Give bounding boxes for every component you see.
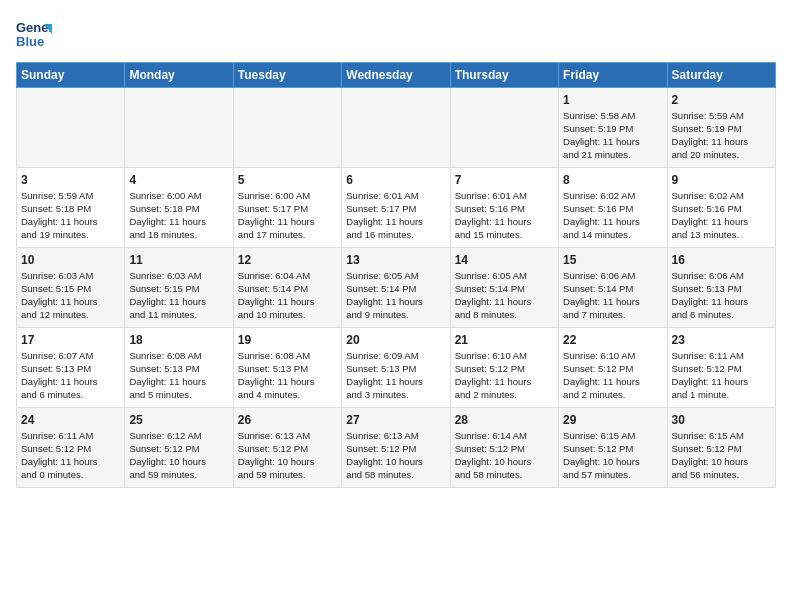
day-info: and 9 minutes. bbox=[346, 309, 445, 322]
day-info: Sunset: 5:13 PM bbox=[238, 363, 337, 376]
day-number: 16 bbox=[672, 252, 771, 268]
day-cell: 22Sunrise: 6:10 AMSunset: 5:12 PMDayligh… bbox=[559, 328, 667, 408]
day-cell: 24Sunrise: 6:11 AMSunset: 5:12 PMDayligh… bbox=[17, 408, 125, 488]
day-number: 6 bbox=[346, 172, 445, 188]
day-cell: 25Sunrise: 6:12 AMSunset: 5:12 PMDayligh… bbox=[125, 408, 233, 488]
week-row-3: 17Sunrise: 6:07 AMSunset: 5:13 PMDayligh… bbox=[17, 328, 776, 408]
day-number: 22 bbox=[563, 332, 662, 348]
day-info: Sunset: 5:13 PM bbox=[672, 283, 771, 296]
header-cell-saturday: Saturday bbox=[667, 63, 775, 88]
day-info: Sunset: 5:12 PM bbox=[455, 443, 554, 456]
day-info: Daylight: 11 hours bbox=[672, 216, 771, 229]
day-info: and 6 minutes. bbox=[21, 389, 120, 402]
day-info: Sunrise: 6:13 AM bbox=[238, 430, 337, 443]
day-info: Sunset: 5:16 PM bbox=[455, 203, 554, 216]
day-info: and 59 minutes. bbox=[238, 469, 337, 482]
day-info: Sunset: 5:12 PM bbox=[563, 443, 662, 456]
day-info: and 10 minutes. bbox=[238, 309, 337, 322]
day-number: 13 bbox=[346, 252, 445, 268]
day-info: Sunset: 5:14 PM bbox=[346, 283, 445, 296]
day-info: and 15 minutes. bbox=[455, 229, 554, 242]
day-info: Sunrise: 6:03 AM bbox=[129, 270, 228, 283]
day-cell: 1Sunrise: 5:58 AMSunset: 5:19 PMDaylight… bbox=[559, 88, 667, 168]
day-info: and 58 minutes. bbox=[455, 469, 554, 482]
day-cell: 6Sunrise: 6:01 AMSunset: 5:17 PMDaylight… bbox=[342, 168, 450, 248]
header-cell-wednesday: Wednesday bbox=[342, 63, 450, 88]
day-info: Daylight: 11 hours bbox=[346, 376, 445, 389]
day-info: Sunrise: 6:02 AM bbox=[563, 190, 662, 203]
day-info: Sunset: 5:14 PM bbox=[455, 283, 554, 296]
day-info: Daylight: 11 hours bbox=[672, 296, 771, 309]
svg-text:Blue: Blue bbox=[16, 34, 44, 49]
day-info: Sunrise: 6:14 AM bbox=[455, 430, 554, 443]
day-info: Sunset: 5:12 PM bbox=[346, 443, 445, 456]
header-cell-tuesday: Tuesday bbox=[233, 63, 341, 88]
day-number: 19 bbox=[238, 332, 337, 348]
svg-text:General: General bbox=[16, 20, 52, 35]
day-info: and 20 minutes. bbox=[672, 149, 771, 162]
day-cell: 26Sunrise: 6:13 AMSunset: 5:12 PMDayligh… bbox=[233, 408, 341, 488]
day-info: and 18 minutes. bbox=[129, 229, 228, 242]
day-info: Daylight: 11 hours bbox=[129, 216, 228, 229]
header-cell-monday: Monday bbox=[125, 63, 233, 88]
day-cell: 10Sunrise: 6:03 AMSunset: 5:15 PMDayligh… bbox=[17, 248, 125, 328]
header-cell-sunday: Sunday bbox=[17, 63, 125, 88]
day-number: 15 bbox=[563, 252, 662, 268]
day-info: and 2 minutes. bbox=[563, 389, 662, 402]
day-info: Sunrise: 6:11 AM bbox=[21, 430, 120, 443]
day-number: 8 bbox=[563, 172, 662, 188]
day-info: Daylight: 11 hours bbox=[346, 216, 445, 229]
day-cell: 21Sunrise: 6:10 AMSunset: 5:12 PMDayligh… bbox=[450, 328, 558, 408]
day-info: Sunset: 5:13 PM bbox=[129, 363, 228, 376]
day-number: 29 bbox=[563, 412, 662, 428]
day-info: Sunrise: 5:58 AM bbox=[563, 110, 662, 123]
day-info: Daylight: 10 hours bbox=[455, 456, 554, 469]
day-info: and 7 minutes. bbox=[563, 309, 662, 322]
day-info: Daylight: 11 hours bbox=[129, 376, 228, 389]
day-info: Sunset: 5:19 PM bbox=[672, 123, 771, 136]
day-info: Daylight: 10 hours bbox=[672, 456, 771, 469]
day-info: Sunset: 5:12 PM bbox=[238, 443, 337, 456]
day-number: 12 bbox=[238, 252, 337, 268]
day-cell: 29Sunrise: 6:15 AMSunset: 5:12 PMDayligh… bbox=[559, 408, 667, 488]
day-info: Sunset: 5:15 PM bbox=[21, 283, 120, 296]
day-info: Daylight: 11 hours bbox=[455, 376, 554, 389]
header-cell-friday: Friday bbox=[559, 63, 667, 88]
day-cell: 23Sunrise: 6:11 AMSunset: 5:12 PMDayligh… bbox=[667, 328, 775, 408]
day-info: Sunset: 5:17 PM bbox=[238, 203, 337, 216]
day-cell: 14Sunrise: 6:05 AMSunset: 5:14 PMDayligh… bbox=[450, 248, 558, 328]
day-info: and 0 minutes. bbox=[21, 469, 120, 482]
day-info: Sunrise: 6:02 AM bbox=[672, 190, 771, 203]
day-number: 7 bbox=[455, 172, 554, 188]
day-number: 3 bbox=[21, 172, 120, 188]
day-info: Sunset: 5:12 PM bbox=[563, 363, 662, 376]
day-info: Daylight: 11 hours bbox=[672, 376, 771, 389]
day-info: Sunrise: 6:09 AM bbox=[346, 350, 445, 363]
day-info: Sunset: 5:12 PM bbox=[672, 363, 771, 376]
calendar-table: SundayMondayTuesdayWednesdayThursdayFrid… bbox=[16, 62, 776, 488]
day-number: 11 bbox=[129, 252, 228, 268]
day-info: Daylight: 11 hours bbox=[672, 136, 771, 149]
day-cell: 19Sunrise: 6:08 AMSunset: 5:13 PMDayligh… bbox=[233, 328, 341, 408]
day-info: Daylight: 10 hours bbox=[563, 456, 662, 469]
day-info: Sunset: 5:12 PM bbox=[21, 443, 120, 456]
day-info: Sunset: 5:18 PM bbox=[129, 203, 228, 216]
day-info: Sunrise: 6:15 AM bbox=[672, 430, 771, 443]
day-info: and 13 minutes. bbox=[672, 229, 771, 242]
day-info: Sunrise: 6:03 AM bbox=[21, 270, 120, 283]
day-info: Sunset: 5:16 PM bbox=[672, 203, 771, 216]
week-row-4: 24Sunrise: 6:11 AMSunset: 5:12 PMDayligh… bbox=[17, 408, 776, 488]
day-info: Sunset: 5:13 PM bbox=[21, 363, 120, 376]
day-cell bbox=[125, 88, 233, 168]
day-info: Sunset: 5:12 PM bbox=[129, 443, 228, 456]
day-info: Daylight: 11 hours bbox=[238, 296, 337, 309]
day-info: Daylight: 11 hours bbox=[238, 376, 337, 389]
day-info: Sunset: 5:14 PM bbox=[563, 283, 662, 296]
day-info: Daylight: 11 hours bbox=[563, 136, 662, 149]
day-cell: 2Sunrise: 5:59 AMSunset: 5:19 PMDaylight… bbox=[667, 88, 775, 168]
day-cell bbox=[450, 88, 558, 168]
day-number: 1 bbox=[563, 92, 662, 108]
logo: General Blue bbox=[16, 16, 56, 52]
day-info: Daylight: 11 hours bbox=[21, 216, 120, 229]
day-info: Sunset: 5:15 PM bbox=[129, 283, 228, 296]
